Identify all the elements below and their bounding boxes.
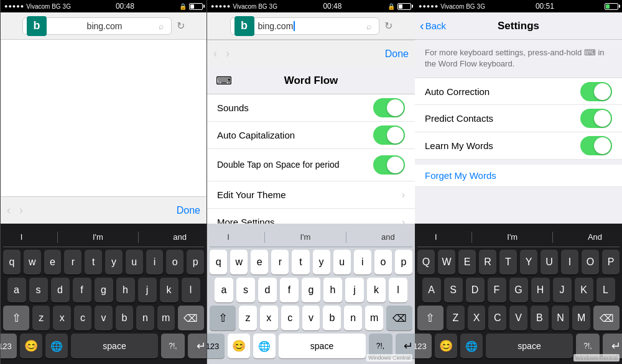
learnwords-toggle[interactable]	[580, 136, 612, 155]
key2-m[interactable]: m	[365, 306, 383, 330]
key2-e[interactable]: e	[251, 250, 268, 275]
key-h[interactable]: h	[116, 278, 135, 303]
key2-u[interactable]: u	[333, 250, 351, 275]
key-c[interactable]: c	[74, 306, 91, 330]
key2-a[interactable]: a	[215, 278, 233, 303]
key3-M[interactable]: M	[572, 306, 590, 330]
key-n[interactable]: n	[136, 306, 154, 330]
key-x[interactable]: x	[53, 306, 70, 330]
key2-g[interactable]: g	[302, 278, 320, 303]
key-q[interactable]: q	[3, 250, 21, 275]
key3-U[interactable]: U	[541, 250, 558, 275]
key3-V[interactable]: V	[509, 306, 527, 330]
key3-B[interactable]: B	[531, 306, 549, 330]
key-u[interactable]: u	[126, 250, 143, 275]
back-btn-2[interactable]: ‹	[213, 47, 217, 60]
key2-k[interactable]: k	[367, 278, 386, 303]
key2-n[interactable]: n	[344, 306, 362, 330]
key-g[interactable]: g	[95, 278, 113, 303]
key3-space[interactable]: space	[486, 334, 573, 358]
key3-W[interactable]: W	[438, 250, 455, 275]
key3-G[interactable]: G	[509, 278, 528, 303]
key2-s[interactable]: s	[236, 278, 255, 303]
suggestion-1-0[interactable]: I	[21, 232, 23, 242]
key-emoji-1[interactable]: 😊	[20, 334, 42, 358]
key3-S[interactable]: S	[444, 278, 463, 303]
refresh-btn-2[interactable]: ↻	[384, 20, 392, 32]
key-v[interactable]: v	[95, 306, 112, 330]
key-return-1[interactable]: ↵	[188, 334, 207, 358]
key3-D[interactable]: D	[466, 278, 485, 303]
key-space-1[interactable]: space	[71, 334, 158, 358]
doubletap-toggle[interactable]	[373, 155, 405, 175]
key-b[interactable]: b	[116, 306, 133, 330]
key-p[interactable]: p	[187, 250, 204, 275]
key2-h[interactable]: h	[323, 278, 342, 303]
key3-E[interactable]: E	[458, 250, 476, 275]
key3-T[interactable]: T	[499, 250, 517, 275]
key-punc-1[interactable]: ?!,	[161, 334, 185, 358]
key2-v[interactable]: v	[302, 306, 320, 330]
key3-shift[interactable]: ⇧	[417, 306, 443, 330]
back-btn-1[interactable]: ‹	[7, 204, 11, 217]
key2-r[interactable]: r	[271, 250, 289, 275]
autocorrect-toggle[interactable]	[580, 82, 612, 101]
key3-N[interactable]: N	[552, 306, 570, 330]
key-f[interactable]: f	[73, 278, 91, 303]
key2-w[interactable]: w	[230, 250, 248, 275]
key2-q[interactable]: q	[210, 250, 227, 275]
key2-space[interactable]: space	[279, 334, 366, 358]
key3-I[interactable]: I	[561, 250, 578, 275]
key2-x[interactable]: x	[260, 306, 278, 330]
key2-shift[interactable]: ⇧	[210, 306, 236, 330]
key-shift-1[interactable]: ⇧	[3, 306, 29, 330]
key3-F[interactable]: F	[488, 278, 506, 303]
address-bar-2[interactable]: b bing.com ⌕	[230, 17, 379, 35]
key3-Z[interactable]: Z	[447, 306, 465, 330]
key-t[interactable]: t	[85, 250, 102, 275]
key2-globe[interactable]: 🌐	[253, 334, 276, 358]
done-btn-2[interactable]: Done	[385, 48, 409, 60]
key3-R[interactable]: R	[479, 250, 496, 275]
key-e[interactable]: e	[44, 250, 62, 275]
key2-p[interactable]: p	[395, 250, 412, 275]
key-i[interactable]: i	[146, 250, 164, 275]
key3-C[interactable]: C	[488, 306, 506, 330]
key2-y[interactable]: y	[313, 250, 330, 275]
key-k[interactable]: k	[160, 278, 179, 303]
address-bar-1[interactable]: b bing.com ⌕	[22, 17, 172, 35]
key-123-1[interactable]: 123	[0, 334, 17, 358]
setting-edittheme[interactable]: Edit Your Theme ›	[207, 181, 415, 209]
key3-Q[interactable]: Q	[417, 250, 435, 275]
key-d[interactable]: d	[51, 278, 70, 303]
key-l[interactable]: l	[182, 278, 200, 303]
key3-A[interactable]: A	[422, 278, 441, 303]
suggestion-1-2[interactable]: and	[173, 232, 187, 242]
autocap-toggle[interactable]	[373, 125, 405, 145]
key3-J[interactable]: J	[553, 278, 572, 303]
key2-b[interactable]: b	[323, 306, 341, 330]
key3-delete[interactable]: ⌫	[593, 306, 620, 330]
suggestion-3-1[interactable]: I'm	[507, 232, 518, 242]
forward-btn-2[interactable]: ›	[226, 47, 230, 60]
key2-d[interactable]: d	[258, 278, 277, 303]
key-y[interactable]: y	[105, 250, 123, 275]
key-o[interactable]: o	[166, 250, 183, 275]
key-r[interactable]: r	[64, 250, 81, 275]
key-delete-1[interactable]: ⌫	[178, 306, 204, 330]
key-globe-1[interactable]: 🌐	[45, 334, 68, 358]
key2-c[interactable]: c	[281, 306, 299, 330]
suggestion-3-0[interactable]: I	[435, 232, 437, 242]
setting-moresettings[interactable]: More Settings ›	[207, 209, 415, 224]
key3-H[interactable]: H	[531, 278, 550, 303]
suggestion-3-2[interactable]: And	[588, 232, 602, 242]
key2-j[interactable]: j	[345, 278, 364, 303]
predictcontacts-toggle[interactable]	[580, 109, 612, 128]
suggestion-1-1[interactable]: I'm	[93, 232, 103, 242]
key3-K[interactable]: K	[575, 278, 593, 303]
key3-L[interactable]: L	[596, 278, 615, 303]
key2-delete[interactable]: ⌫	[386, 306, 412, 330]
key3-123[interactable]: 123	[415, 334, 432, 358]
key3-globe[interactable]: 🌐	[460, 334, 483, 358]
key2-t[interactable]: t	[292, 250, 309, 275]
